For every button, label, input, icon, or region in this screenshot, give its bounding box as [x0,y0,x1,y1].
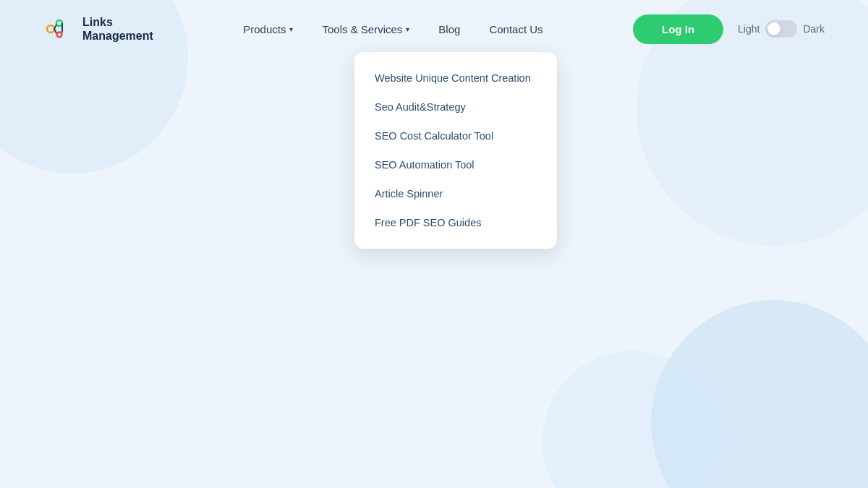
nav-tools-services[interactable]: Tools & Services ▾ [310,17,421,41]
dropdown-item-seo-cost-calculator[interactable]: SEO Cost Calculator Tool [354,121,557,150]
dropdown-item-label: SEO Cost Calculator Tool [375,130,493,142]
nav-blog-label: Blog [438,23,460,35]
nav-tools-label: Tools & Services [322,23,402,35]
nav-contact-label: Contact Us [489,23,542,35]
navbar: Links Management Products ▾ Tools & Serv… [0,0,868,58]
dropdown-item-seo-audit[interactable]: Seo Audit&Strategy [354,93,557,121]
svg-point-2 [57,33,62,38]
dropdown-item-seo-automation[interactable]: SEO Automation Tool [354,150,557,179]
logo-icon [43,13,75,45]
nav-links: Products ▾ Tools & Services ▾ Blog Conta… [231,17,554,41]
svg-point-1 [56,20,62,26]
dropdown-item-label: Seo Audit&Strategy [375,101,466,113]
light-label: Light [738,23,760,35]
dropdown-item-free-pdf-guides[interactable]: Free PDF SEO Guides [354,208,557,237]
svg-line-4 [54,29,56,33]
logo-text: Links Management [82,15,153,43]
nav-right: Log In Light Dark [633,14,825,44]
theme-toggle: Light Dark [738,20,825,38]
logo-name-line1: Links [82,15,153,29]
dark-label: Dark [803,23,825,35]
dropdown-item-label: SEO Automation Tool [375,159,475,171]
theme-toggle-thumb [767,22,780,35]
dropdown-item-website-content[interactable]: Website Unique Content Creation [354,64,557,93]
nav-products-label: Products [243,23,286,35]
nav-blog[interactable]: Blog [427,17,472,41]
login-button[interactable]: Log In [633,14,723,44]
chevron-down-icon: ▾ [289,25,293,33]
nav-contact[interactable]: Contact Us [477,17,554,41]
logo-name-line2: Management [82,29,153,43]
logo[interactable]: Links Management [43,13,153,45]
theme-toggle-track[interactable] [765,20,797,38]
dropdown-item-label: Website Unique Content Creation [375,72,531,84]
chevron-down-icon-tools: ▾ [406,25,409,33]
dropdown-item-label: Article Spinner [375,188,443,200]
dropdown-container: Website Unique Content Creation Seo Audi… [354,52,557,249]
svg-line-3 [54,25,56,29]
svg-point-0 [47,25,54,33]
dropdown-item-article-spinner[interactable]: Article Spinner [354,179,557,208]
tools-services-dropdown: Website Unique Content Creation Seo Audi… [354,52,557,249]
dropdown-item-label: Free PDF SEO Guides [375,217,481,228]
nav-products[interactable]: Products ▾ [231,17,305,41]
